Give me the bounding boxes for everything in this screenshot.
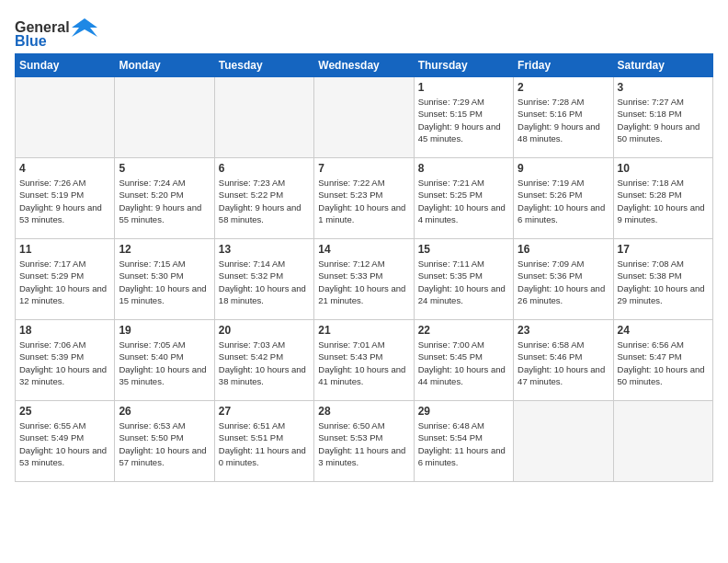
day-number: 25 [19,405,110,418]
day-number: 21 [318,324,409,337]
day-header-friday: Friday [514,54,613,77]
day-info: Sunrise: 7:24 AM Sunset: 5:20 PM Dayligh… [119,177,210,225]
calendar-cell: 7Sunrise: 7:22 AM Sunset: 5:23 PM Daylig… [314,158,414,239]
calendar-cell: 3Sunrise: 7:27 AM Sunset: 5:18 PM Daylig… [613,77,712,158]
calendar-cell: 15Sunrise: 7:11 AM Sunset: 5:35 PM Dayli… [414,239,513,320]
calendar-cell: 23Sunrise: 6:58 AM Sunset: 5:46 PM Dayli… [514,320,613,401]
day-info: Sunrise: 6:50 AM Sunset: 5:53 PM Dayligh… [318,419,409,468]
day-header-saturday: Saturday [613,54,712,77]
day-header-sunday: Sunday [16,54,115,77]
day-number: 28 [318,405,409,418]
day-info: Sunrise: 7:19 AM Sunset: 5:26 PM Dayligh… [518,177,609,225]
calendar-cell: 14Sunrise: 7:12 AM Sunset: 5:33 PM Dayli… [314,239,414,320]
week-row-1: 1Sunrise: 7:29 AM Sunset: 5:15 PM Daylig… [16,77,713,158]
day-info: Sunrise: 7:28 AM Sunset: 5:16 PM Dayligh… [518,96,609,144]
calendar-cell: 19Sunrise: 7:05 AM Sunset: 5:40 PM Dayli… [115,320,214,401]
calendar-cell: 24Sunrise: 6:56 AM Sunset: 5:47 PM Dayli… [613,320,712,401]
day-header-tuesday: Tuesday [214,54,313,77]
day-number: 5 [119,162,210,175]
day-number: 19 [119,324,210,337]
calendar-cell: 4Sunrise: 7:26 AM Sunset: 5:19 PM Daylig… [16,158,115,239]
calendar-cell: 16Sunrise: 7:09 AM Sunset: 5:36 PM Dayli… [514,239,613,320]
day-info: Sunrise: 7:00 AM Sunset: 5:45 PM Dayligh… [418,339,509,387]
calendar-body: 1Sunrise: 7:29 AM Sunset: 5:15 PM Daylig… [16,77,713,482]
calendar-cell: 28Sunrise: 6:50 AM Sunset: 5:53 PM Dayli… [314,401,414,482]
day-info: Sunrise: 6:58 AM Sunset: 5:46 PM Dayligh… [518,339,609,387]
calendar-cell [613,401,712,482]
day-info: Sunrise: 7:29 AM Sunset: 5:15 PM Dayligh… [418,96,509,144]
calendar-cell: 13Sunrise: 7:14 AM Sunset: 5:32 PM Dayli… [214,239,313,320]
calendar-cell [115,77,214,158]
calendar-cell [314,77,414,158]
svg-marker-0 [72,18,97,37]
day-info: Sunrise: 7:03 AM Sunset: 5:42 PM Dayligh… [219,339,310,387]
calendar-cell: 8Sunrise: 7:21 AM Sunset: 5:25 PM Daylig… [414,158,513,239]
day-info: Sunrise: 7:12 AM Sunset: 5:33 PM Dayligh… [318,258,409,306]
week-row-4: 18Sunrise: 7:06 AM Sunset: 5:39 PM Dayli… [16,320,713,401]
day-number: 22 [418,324,509,337]
day-info: Sunrise: 7:09 AM Sunset: 5:36 PM Dayligh… [518,258,609,306]
day-number: 27 [219,405,310,418]
day-number: 11 [19,243,110,256]
day-info: Sunrise: 7:01 AM Sunset: 5:43 PM Dayligh… [318,339,409,387]
day-info: Sunrise: 7:17 AM Sunset: 5:29 PM Dayligh… [19,258,110,306]
day-info: Sunrise: 7:26 AM Sunset: 5:19 PM Dayligh… [19,177,110,225]
day-info: Sunrise: 6:53 AM Sunset: 5:50 PM Dayligh… [119,419,210,468]
day-number: 8 [418,162,509,175]
day-number: 26 [119,405,210,418]
day-number: 13 [219,243,310,256]
day-number: 7 [318,162,409,175]
day-info: Sunrise: 6:55 AM Sunset: 5:49 PM Dayligh… [19,419,110,468]
calendar-cell: 27Sunrise: 6:51 AM Sunset: 5:51 PM Dayli… [214,401,313,482]
week-row-2: 4Sunrise: 7:26 AM Sunset: 5:19 PM Daylig… [16,158,713,239]
day-info: Sunrise: 7:27 AM Sunset: 5:18 PM Dayligh… [618,96,709,144]
calendar-cell [16,77,115,158]
day-info: Sunrise: 7:08 AM Sunset: 5:38 PM Dayligh… [618,258,709,306]
day-number: 16 [518,243,609,256]
day-header-wednesday: Wednesday [314,54,414,77]
day-number: 18 [19,324,110,337]
calendar-cell: 11Sunrise: 7:17 AM Sunset: 5:29 PM Dayli… [16,239,115,320]
calendar-cell: 1Sunrise: 7:29 AM Sunset: 5:15 PM Daylig… [414,77,513,158]
day-info: Sunrise: 7:14 AM Sunset: 5:32 PM Dayligh… [219,258,310,306]
calendar-cell: 2Sunrise: 7:28 AM Sunset: 5:16 PM Daylig… [514,77,613,158]
calendar-cell: 20Sunrise: 7:03 AM Sunset: 5:42 PM Dayli… [214,320,313,401]
calendar-cell: 10Sunrise: 7:18 AM Sunset: 5:28 PM Dayli… [613,158,712,239]
calendar-table: SundayMondayTuesdayWednesdayThursdayFrid… [15,53,713,482]
logo-bird-icon [72,18,97,37]
day-info: Sunrise: 6:51 AM Sunset: 5:51 PM Dayligh… [219,419,310,468]
calendar-header-row: SundayMondayTuesdayWednesdayThursdayFrid… [16,54,713,77]
day-info: Sunrise: 7:21 AM Sunset: 5:25 PM Dayligh… [418,177,509,225]
day-info: Sunrise: 7:11 AM Sunset: 5:35 PM Dayligh… [418,258,509,306]
calendar-cell: 22Sunrise: 7:00 AM Sunset: 5:45 PM Dayli… [414,320,513,401]
day-number: 23 [518,324,609,337]
day-info: Sunrise: 6:48 AM Sunset: 5:54 PM Dayligh… [418,419,509,468]
day-number: 1 [418,81,509,94]
day-number: 29 [418,405,509,418]
day-number: 15 [418,243,509,256]
day-number: 9 [518,162,609,175]
day-number: 14 [318,243,409,256]
page-header: General Blue [15,15,713,50]
calendar-cell: 12Sunrise: 7:15 AM Sunset: 5:30 PM Dayli… [115,239,214,320]
week-row-3: 11Sunrise: 7:17 AM Sunset: 5:29 PM Dayli… [16,239,713,320]
calendar-cell [514,401,613,482]
day-info: Sunrise: 7:06 AM Sunset: 5:39 PM Dayligh… [19,339,110,387]
day-number: 20 [219,324,310,337]
day-info: Sunrise: 7:05 AM Sunset: 5:40 PM Dayligh… [119,339,210,387]
calendar-cell: 5Sunrise: 7:24 AM Sunset: 5:20 PM Daylig… [115,158,214,239]
calendar-cell: 26Sunrise: 6:53 AM Sunset: 5:50 PM Dayli… [115,401,214,482]
calendar-cell: 17Sunrise: 7:08 AM Sunset: 5:38 PM Dayli… [613,239,712,320]
day-number: 3 [618,81,709,94]
calendar-cell: 9Sunrise: 7:19 AM Sunset: 5:26 PM Daylig… [514,158,613,239]
day-number: 4 [19,162,110,175]
day-info: Sunrise: 7:18 AM Sunset: 5:28 PM Dayligh… [618,177,709,225]
day-number: 17 [618,243,709,256]
calendar-cell: 21Sunrise: 7:01 AM Sunset: 5:43 PM Dayli… [314,320,414,401]
day-number: 10 [618,162,709,175]
calendar-cell: 29Sunrise: 6:48 AM Sunset: 5:54 PM Dayli… [414,401,513,482]
day-number: 6 [219,162,310,175]
day-header-monday: Monday [115,54,214,77]
calendar-cell [214,77,313,158]
week-row-5: 25Sunrise: 6:55 AM Sunset: 5:49 PM Dayli… [16,401,713,482]
